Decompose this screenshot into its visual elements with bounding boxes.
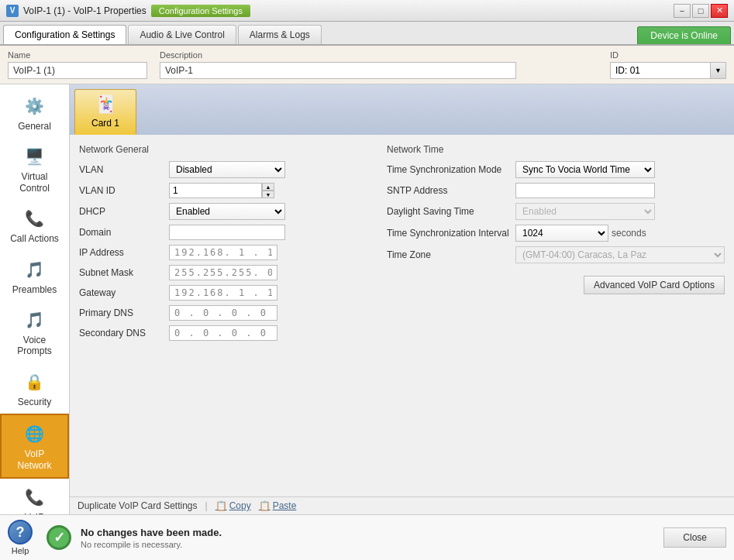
id-label: ID <box>610 50 726 60</box>
advanced-btn-wrap: Advanced VoIP Card Options <box>387 276 725 294</box>
sidebar-label-virtual-control: VirtualControl <box>19 171 50 194</box>
duplicate-label: Duplicate VoIP Card Settings <box>78 500 198 511</box>
paste-button[interactable]: 📋 Paste <box>259 500 297 511</box>
vlan-id-up-button[interactable]: ▲ <box>262 183 274 191</box>
network-general-title: Network General <box>79 144 371 155</box>
close-button[interactable]: Close <box>663 527 726 548</box>
preambles-icon: 🎵 <box>22 257 47 282</box>
secondary-dns-input[interactable] <box>169 325 277 341</box>
sntp-row: SNTP Address <box>387 183 725 198</box>
status-main: No changes have been made. <box>81 527 654 538</box>
primary-dns-label: Primary DNS <box>79 307 164 318</box>
checkmark-icon: ✓ <box>53 529 65 546</box>
id-dropdown-button[interactable]: ▼ <box>711 62 726 79</box>
titlebar-close-button[interactable]: ✕ <box>711 4 728 18</box>
sync-mode-label: Time Synchronization Mode <box>387 164 511 175</box>
vlan-id-down-button[interactable]: ▼ <box>262 191 274 198</box>
secondary-dns-label: Secondary DNS <box>79 328 164 338</box>
subnet-label: Subnet Mask <box>79 267 164 278</box>
sidebar-item-voip-extensions[interactable]: 📞 VoIPExtensions <box>0 479 69 514</box>
timezone-select[interactable]: (GMT-04:00) Caracas, La Paz <box>515 246 725 263</box>
sidebar-item-call-actions[interactable]: 📞 Call Actions <box>0 200 69 250</box>
advanced-voip-button[interactable]: Advanced VoIP Card Options <box>584 276 725 294</box>
voip-extensions-icon: 📞 <box>22 485 47 510</box>
app-icon: V <box>6 5 19 17</box>
sidebar-item-voice-prompts[interactable]: 🎵 VoicePrompts <box>0 301 69 363</box>
sidebar-item-security[interactable]: 🔒 Security <box>0 363 69 414</box>
minimize-button[interactable]: − <box>674 4 691 18</box>
domain-row: Domain <box>79 225 371 240</box>
sntp-input[interactable] <box>515 183 655 198</box>
sidebar-item-general[interactable]: ⚙️ General <box>0 88 69 138</box>
config-badge: Configuration Settings <box>151 5 250 17</box>
timezone-label: Time Zone <box>387 249 511 260</box>
network-general-section: Network General VLAN Disabled Enabled VL… <box>79 144 371 487</box>
status-text: No changes have been made. No recompile … <box>81 527 654 549</box>
ip-input[interactable] <box>169 245 277 260</box>
daylight-row: Daylight Saving Time Enabled Disabled <box>387 203 725 220</box>
window-title: VoIP-1 (1) - VoIP-1 Properties <box>23 5 146 16</box>
sidebar-item-virtual-control[interactable]: 🖥️ VirtualControl <box>0 138 69 200</box>
network-time-section: Network Time Time Synchronization Mode S… <box>387 144 725 487</box>
sidebar-label-voip-network: VoIPNetwork <box>17 448 51 471</box>
sidebar-item-preambles[interactable]: 🎵 Preambles <box>0 251 69 301</box>
sidebar-item-voip-network[interactable]: 🌐 VoIPNetwork <box>0 414 69 479</box>
paste-icon: 📋 <box>259 500 271 511</box>
sidebar-label-call-actions: Call Actions <box>10 233 59 244</box>
status-icon: ✓ <box>47 525 71 550</box>
tab-configuration[interactable]: Configuration & Settings <box>3 25 126 44</box>
bottom-bar: Duplicate VoIP Card Settings | 📋 Copy 📋 … <box>70 496 734 514</box>
name-input[interactable] <box>8 62 147 79</box>
name-group: Name <box>8 50 147 79</box>
ip-row: IP Address <box>79 245 371 260</box>
vlan-id-input[interactable] <box>169 183 262 198</box>
card-label: Card 1 <box>91 118 119 129</box>
voip-network-icon: 🌐 <box>22 421 47 446</box>
tabs-container: Configuration & Settings Audio & Live Co… <box>3 25 322 44</box>
dhcp-select[interactable]: Enabled Disabled <box>169 203 285 220</box>
tab-audio[interactable]: Audio & Live Control <box>128 25 236 44</box>
general-icon: ⚙️ <box>22 94 47 119</box>
voice-prompts-icon: 🎵 <box>22 307 47 332</box>
help-button[interactable]: ? Help <box>8 520 33 555</box>
tab-alarms[interactable]: Alarms & Logs <box>238 25 322 44</box>
vlan-id-spinner-buttons: ▲ ▼ <box>262 183 274 198</box>
secondary-dns-row: Secondary DNS <box>79 325 371 341</box>
sidebar: ⚙️ General 🖥️ VirtualControl 📞 Call Acti… <box>0 84 70 514</box>
copy-button[interactable]: 📋 Copy <box>215 500 251 511</box>
card-tabs: 🃏 Card 1 <box>70 84 734 135</box>
status-bar: ? Help ✓ No changes have been made. No r… <box>0 514 734 560</box>
daylight-select[interactable]: Enabled Disabled <box>515 203 655 220</box>
vlan-label: VLAN <box>79 164 164 175</box>
interval-select[interactable]: 1024 512 2048 <box>515 225 608 242</box>
sidebar-label-security: Security <box>18 397 51 407</box>
vlan-select[interactable]: Disabled Enabled <box>169 161 285 178</box>
id-group: ID ID: 01 ▼ <box>610 50 726 79</box>
vlan-id-label: VLAN ID <box>79 185 164 196</box>
gateway-input[interactable] <box>169 285 277 301</box>
timezone-row: Time Zone (GMT-04:00) Caracas, La Paz <box>387 246 725 263</box>
maximize-button[interactable]: □ <box>692 4 709 18</box>
sidebar-label-voice-prompts: VoicePrompts <box>17 335 52 357</box>
device-status: Device is Online <box>637 26 731 44</box>
help-label: Help <box>12 546 29 555</box>
domain-input[interactable] <box>169 225 285 240</box>
virtual-control-icon: 🖥️ <box>22 144 47 169</box>
description-input[interactable] <box>160 62 516 79</box>
right-panel: 🃏 Card 1 Network General VLAN Disabled E… <box>70 84 734 514</box>
call-actions-icon: 📞 <box>22 206 47 231</box>
card-tab-1[interactable]: 🃏 Card 1 <box>74 89 136 135</box>
main-window: Configuration & Settings Audio & Live Co… <box>0 22 734 560</box>
description-label: Description <box>160 50 516 60</box>
subnet-input[interactable] <box>169 265 277 280</box>
sidebar-label-general: General <box>18 121 51 132</box>
daylight-label: Daylight Saving Time <box>387 206 511 217</box>
sidebar-label-preambles: Preambles <box>12 284 57 295</box>
primary-dns-input[interactable] <box>169 305 277 321</box>
sync-mode-select[interactable]: Sync To Vocia World Time Manual <box>515 161 655 178</box>
network-time-title: Network Time <box>387 144 725 155</box>
title-bar: V VoIP-1 (1) - VoIP-1 Properties Configu… <box>0 0 734 22</box>
help-circle-icon: ? <box>8 520 33 545</box>
settings-panel: Network General VLAN Disabled Enabled VL… <box>70 135 734 496</box>
vlan-id-row: VLAN ID ▲ ▼ <box>79 183 371 198</box>
